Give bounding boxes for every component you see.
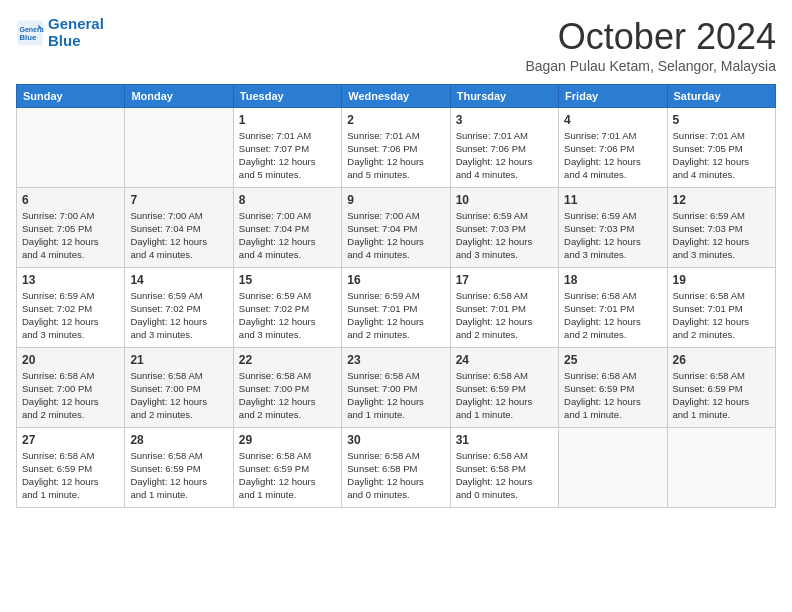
cell-info-line: and 3 minutes. — [22, 329, 119, 342]
cell-info-line: Sunrise: 6:58 AM — [673, 290, 770, 303]
cell-info-line: and 0 minutes. — [456, 489, 553, 502]
cell-info-line: and 3 minutes. — [564, 249, 661, 262]
logo-text-general: General — [48, 16, 104, 33]
calendar-cell — [559, 428, 667, 508]
day-number: 4 — [564, 112, 661, 128]
cell-info-line: Daylight: 12 hours — [239, 476, 336, 489]
calendar-cell: 27Sunrise: 6:58 AMSunset: 6:59 PMDayligh… — [17, 428, 125, 508]
calendar-cell: 18Sunrise: 6:58 AMSunset: 7:01 PMDayligh… — [559, 268, 667, 348]
cell-info-line: and 4 minutes. — [456, 169, 553, 182]
day-number: 2 — [347, 112, 444, 128]
cell-info-line: Daylight: 12 hours — [347, 236, 444, 249]
cell-info-line: and 4 minutes. — [564, 169, 661, 182]
cell-info-line: Sunrise: 7:00 AM — [130, 210, 227, 223]
calendar-cell: 23Sunrise: 6:58 AMSunset: 7:00 PMDayligh… — [342, 348, 450, 428]
cell-info-line: Sunset: 7:06 PM — [564, 143, 661, 156]
calendar-cell: 10Sunrise: 6:59 AMSunset: 7:03 PMDayligh… — [450, 188, 558, 268]
cell-info-line: Daylight: 12 hours — [456, 476, 553, 489]
day-number: 7 — [130, 192, 227, 208]
calendar-cell: 4Sunrise: 7:01 AMSunset: 7:06 PMDaylight… — [559, 108, 667, 188]
col-header-saturday: Saturday — [667, 85, 775, 108]
calendar-cell: 15Sunrise: 6:59 AMSunset: 7:02 PMDayligh… — [233, 268, 341, 348]
logo: General Blue General Blue — [16, 16, 104, 49]
day-number: 26 — [673, 352, 770, 368]
cell-info-line: Sunrise: 6:58 AM — [347, 450, 444, 463]
cell-info-line: Sunset: 7:04 PM — [130, 223, 227, 236]
cell-info-line: Sunset: 6:58 PM — [347, 463, 444, 476]
calendar-cell: 3Sunrise: 7:01 AMSunset: 7:06 PMDaylight… — [450, 108, 558, 188]
cell-info-line: Daylight: 12 hours — [456, 156, 553, 169]
calendar-cell: 17Sunrise: 6:58 AMSunset: 7:01 PMDayligh… — [450, 268, 558, 348]
cell-info-line: Sunrise: 6:58 AM — [456, 290, 553, 303]
cell-info-line: Sunrise: 7:00 AM — [239, 210, 336, 223]
cell-info-line: Sunset: 7:03 PM — [456, 223, 553, 236]
cell-info-line: Sunrise: 6:58 AM — [564, 290, 661, 303]
cell-info-line: Sunset: 7:00 PM — [22, 383, 119, 396]
cell-info-line: Sunrise: 7:01 AM — [456, 130, 553, 143]
cell-info-line: Sunrise: 7:01 AM — [673, 130, 770, 143]
cell-info-line: Daylight: 12 hours — [564, 316, 661, 329]
cell-info-line: Sunrise: 6:58 AM — [347, 370, 444, 383]
calendar-cell: 16Sunrise: 6:59 AMSunset: 7:01 PMDayligh… — [342, 268, 450, 348]
cell-info-line: and 3 minutes. — [130, 329, 227, 342]
calendar-cell: 24Sunrise: 6:58 AMSunset: 6:59 PMDayligh… — [450, 348, 558, 428]
cell-info-line: Daylight: 12 hours — [347, 396, 444, 409]
calendar-cell: 20Sunrise: 6:58 AMSunset: 7:00 PMDayligh… — [17, 348, 125, 428]
cell-info-line: and 2 minutes. — [22, 409, 119, 422]
day-number: 6 — [22, 192, 119, 208]
cell-info-line: Sunset: 7:06 PM — [456, 143, 553, 156]
cell-info-line: Daylight: 12 hours — [239, 236, 336, 249]
col-header-sunday: Sunday — [17, 85, 125, 108]
cell-info-line: Sunset: 7:02 PM — [130, 303, 227, 316]
calendar-cell: 14Sunrise: 6:59 AMSunset: 7:02 PMDayligh… — [125, 268, 233, 348]
cell-info-line: and 2 minutes. — [456, 329, 553, 342]
svg-text:Blue: Blue — [20, 33, 37, 42]
cell-info-line: Sunrise: 6:58 AM — [673, 370, 770, 383]
cell-info-line: Sunrise: 6:58 AM — [456, 450, 553, 463]
cell-info-line: and 1 minute. — [22, 489, 119, 502]
cell-info-line: Daylight: 12 hours — [130, 396, 227, 409]
cell-info-line: Daylight: 12 hours — [239, 156, 336, 169]
cell-info-line: Daylight: 12 hours — [22, 396, 119, 409]
cell-info-line: Sunset: 6:59 PM — [673, 383, 770, 396]
cell-info-line: and 3 minutes. — [239, 329, 336, 342]
day-number: 1 — [239, 112, 336, 128]
week-row-3: 13Sunrise: 6:59 AMSunset: 7:02 PMDayligh… — [17, 268, 776, 348]
cell-info-line: Sunrise: 6:59 AM — [347, 290, 444, 303]
calendar-cell: 19Sunrise: 6:58 AMSunset: 7:01 PMDayligh… — [667, 268, 775, 348]
cell-info-line: Sunrise: 7:00 AM — [22, 210, 119, 223]
day-number: 25 — [564, 352, 661, 368]
day-number: 3 — [456, 112, 553, 128]
header: General Blue General Blue October 2024 B… — [16, 16, 776, 74]
week-row-5: 27Sunrise: 6:58 AMSunset: 6:59 PMDayligh… — [17, 428, 776, 508]
cell-info-line: Sunset: 7:01 PM — [456, 303, 553, 316]
cell-info-line: Sunrise: 6:58 AM — [456, 370, 553, 383]
calendar-cell: 22Sunrise: 6:58 AMSunset: 7:00 PMDayligh… — [233, 348, 341, 428]
cell-info-line: Sunrise: 6:58 AM — [564, 370, 661, 383]
calendar-cell: 9Sunrise: 7:00 AMSunset: 7:04 PMDaylight… — [342, 188, 450, 268]
day-number: 21 — [130, 352, 227, 368]
cell-info-line: Daylight: 12 hours — [564, 236, 661, 249]
cell-info-line: and 2 minutes. — [130, 409, 227, 422]
cell-info-line: Daylight: 12 hours — [673, 156, 770, 169]
cell-info-line: and 1 minute. — [564, 409, 661, 422]
cell-info-line: and 2 minutes. — [673, 329, 770, 342]
day-number: 19 — [673, 272, 770, 288]
cell-info-line: Sunrise: 6:58 AM — [22, 370, 119, 383]
day-number: 22 — [239, 352, 336, 368]
day-number: 10 — [456, 192, 553, 208]
calendar-cell: 7Sunrise: 7:00 AMSunset: 7:04 PMDaylight… — [125, 188, 233, 268]
calendar-table: SundayMondayTuesdayWednesdayThursdayFrid… — [16, 84, 776, 508]
cell-info-line: Sunrise: 6:59 AM — [564, 210, 661, 223]
cell-info-line: Sunrise: 6:59 AM — [456, 210, 553, 223]
cell-info-line: Sunset: 6:59 PM — [456, 383, 553, 396]
cell-info-line: Sunrise: 6:59 AM — [22, 290, 119, 303]
day-number: 29 — [239, 432, 336, 448]
cell-info-line: Daylight: 12 hours — [347, 156, 444, 169]
col-header-wednesday: Wednesday — [342, 85, 450, 108]
calendar-cell: 6Sunrise: 7:00 AMSunset: 7:05 PMDaylight… — [17, 188, 125, 268]
cell-info-line: Sunrise: 7:01 AM — [347, 130, 444, 143]
cell-info-line: Daylight: 12 hours — [347, 476, 444, 489]
cell-info-line: Sunset: 7:00 PM — [239, 383, 336, 396]
cell-info-line: and 1 minute. — [130, 489, 227, 502]
